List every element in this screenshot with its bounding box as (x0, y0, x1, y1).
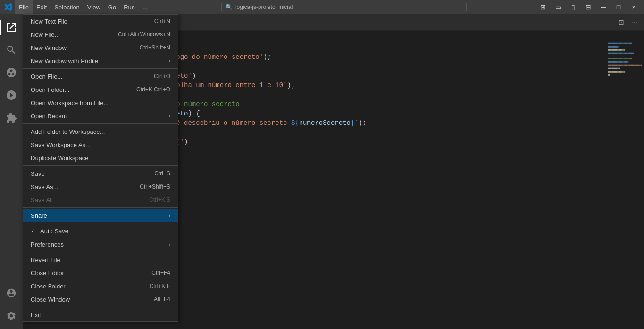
menu-auto-save[interactable]: ✓ Auto Save (23, 224, 178, 238)
activity-account[interactable] (0, 282, 23, 304)
menu-save-all: Save All Ctrl+K S (23, 193, 178, 206)
menu-open-recent[interactable]: Open Recent › (23, 109, 178, 123)
title-bar-left: File Edit Selection View Go Run ... (4, 0, 151, 14)
separator-1 (23, 68, 178, 69)
menu-bar: File Edit Selection View Go Run ... (15, 0, 151, 14)
menu-go[interactable]: Go (104, 0, 120, 14)
menu-close-window[interactable]: Close Window Alt+F4 (23, 293, 178, 306)
menu-save[interactable]: Save Ctrl+S (23, 167, 178, 180)
main-layout: New Text File Ctrl+N New File... Ctrl+Al… (0, 14, 644, 329)
activity-bottom (0, 282, 23, 327)
menu-open-folder[interactable]: Open Folder... Ctrl+K Ctrl+O (23, 83, 178, 96)
separator-6 (23, 252, 178, 252)
activity-explorer[interactable] (0, 16, 23, 39)
menu-file[interactable]: File (15, 0, 33, 14)
activity-debug[interactable] (0, 84, 23, 107)
activity-search[interactable] (0, 39, 23, 61)
search-bar[interactable]: 🔍 logica-js-projeto_inicial (221, 2, 467, 12)
minimap-content: ████████████████████████████ ███████████… (606, 41, 644, 78)
menu-duplicate-workspace[interactable]: Duplicate Workspace (23, 151, 178, 164)
menu-view[interactable]: View (84, 0, 104, 14)
menu-revert-file[interactable]: Revert File (23, 253, 178, 266)
more-actions-button[interactable]: ··· (629, 16, 640, 28)
menu-new-window-profile[interactable]: New Window with Profile › (23, 54, 178, 67)
separator-2 (23, 123, 178, 124)
menu-share[interactable]: Share › (23, 209, 178, 222)
panel-icon[interactable]: ▭ (552, 0, 565, 14)
menu-selection[interactable]: Selection (50, 0, 83, 14)
split-editor-button[interactable]: ⊡ (616, 16, 627, 28)
grid-icon[interactable]: ⊟ (582, 0, 595, 14)
file-menu-dropdown: New Text File Ctrl+N New File... Ctrl+Al… (23, 14, 178, 322)
minimap: ████████████████████████████ ███████████… (606, 41, 644, 329)
separator-5 (23, 223, 178, 223)
activity-bar (0, 14, 23, 329)
sidebar-icon[interactable]: ▯ (567, 0, 580, 14)
separator-3 (23, 165, 178, 166)
separator-4 (23, 207, 178, 208)
layout-icon[interactable]: ⊞ (536, 0, 550, 14)
search-icon: 🔍 (226, 4, 233, 10)
menu-preferences[interactable]: Preferences › (23, 238, 178, 251)
menu-save-as[interactable]: Save As... Ctrl+Shift+S (23, 180, 178, 193)
menu-new-text-file[interactable]: New Text File Ctrl+N (23, 15, 178, 28)
maximize-button[interactable]: □ (612, 0, 625, 14)
menu-add-folder[interactable]: Add Folder to Workspace... (23, 125, 178, 138)
vscode-logo-icon (4, 3, 12, 11)
menu-exit[interactable]: Exit (23, 308, 178, 321)
separator-7 (23, 307, 178, 307)
menu-edit[interactable]: Edit (33, 0, 50, 14)
title-bar: File Edit Selection View Go Run ... 🔍 lo… (0, 0, 644, 14)
menu-new-file[interactable]: New File... Ctrl+Alt+Windows+N (23, 28, 178, 41)
close-button[interactable]: × (627, 0, 640, 14)
menu-close-folder[interactable]: Close Folder Ctrl+K F (23, 280, 178, 293)
activity-source-control[interactable] (0, 61, 23, 84)
menu-open-file[interactable]: Open File... Ctrl+O (23, 70, 178, 83)
menu-more[interactable]: ... (139, 0, 151, 14)
minimize-button[interactable]: ─ (597, 0, 610, 14)
activity-settings[interactable] (0, 304, 23, 327)
menu-run[interactable]: Run (120, 0, 139, 14)
title-bar-right: ⊞ ▭ ▯ ⊟ ─ □ × (536, 0, 640, 14)
menu-save-workspace[interactable]: Save Workspace As... (23, 138, 178, 151)
menu-open-workspace[interactable]: Open Workspace from File... (23, 96, 178, 109)
menu-new-window[interactable]: New Window Ctrl+Shift+N (23, 41, 178, 54)
activity-extensions[interactable] (0, 107, 23, 129)
menu-close-editor[interactable]: Close Editor Ctrl+F4 (23, 266, 178, 280)
search-text: logica-js-projeto_inicial (235, 4, 293, 10)
tab-actions: ⊡ ··· (612, 16, 644, 28)
title-bar-center: 🔍 logica-js-projeto_inicial (155, 2, 533, 12)
